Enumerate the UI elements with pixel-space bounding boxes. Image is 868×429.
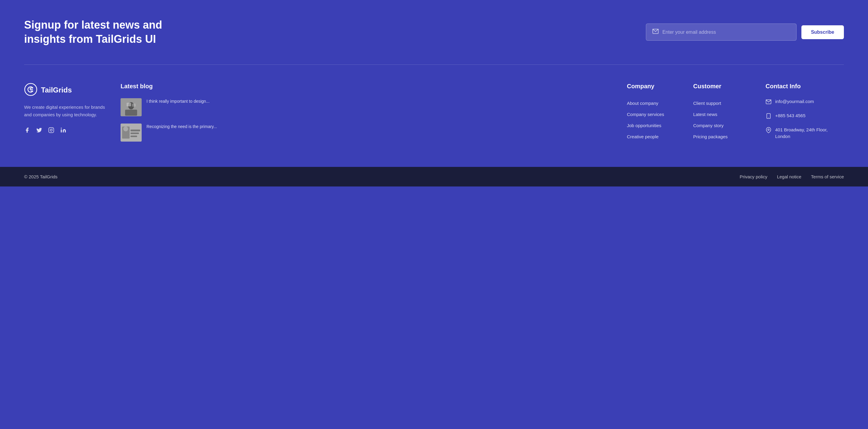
- customer-links: Client support Latest news Company story…: [693, 98, 753, 139]
- svg-rect-10: [127, 103, 131, 106]
- contact-email-text: info@yourmail.com: [775, 98, 814, 105]
- legal-notice-link[interactable]: Legal notice: [777, 174, 801, 179]
- customer-link-pricing[interactable]: Pricing packages: [693, 134, 753, 139]
- company-column-title: Company: [627, 83, 681, 90]
- svg-rect-16: [130, 136, 137, 137]
- blog-item-1[interactable]: I think really important to design...: [121, 98, 615, 116]
- company-links: About company Company services Job oppor…: [627, 98, 681, 139]
- email-input[interactable]: [662, 30, 790, 35]
- customer-link-news[interactable]: Latest news: [693, 112, 753, 117]
- social-icons: [24, 127, 108, 135]
- blog-item-2-text: Recognizing the need is the primary...: [147, 124, 217, 141]
- svg-rect-14: [130, 130, 140, 131]
- footer-blog-column: Latest blog I think really important to …: [121, 83, 615, 149]
- terms-of-service-link[interactable]: Terms of service: [811, 174, 844, 179]
- linkedin-icon[interactable]: [60, 127, 66, 135]
- svg-rect-9: [125, 110, 137, 116]
- svg-point-6: [61, 127, 62, 128]
- contact-location-icon: [766, 127, 772, 135]
- blog-item-1-text: I think really important to design...: [147, 98, 210, 116]
- contact-address: 401 Broadway, 24th Floor, London: [766, 127, 844, 140]
- newsletter-form: Subscribe: [633, 24, 844, 41]
- footer-contact-column: Contact Info info@yourmail.com +885 543 …: [766, 83, 844, 149]
- company-link-jobs[interactable]: Job opportunities: [627, 123, 681, 128]
- email-icon: [652, 28, 659, 36]
- svg-point-17: [123, 127, 128, 131]
- customer-column-title: Customer: [693, 83, 753, 90]
- bottom-links: Privacy policy Legal notice Terms of ser…: [740, 174, 844, 179]
- customer-link-support[interactable]: Client support: [693, 101, 753, 106]
- svg-point-3: [50, 129, 53, 131]
- company-link-creative[interactable]: Creative people: [627, 134, 681, 139]
- svg-point-21: [768, 129, 770, 130]
- contact-phone-icon: [766, 113, 772, 121]
- copyright-text: © 2025 TailGrids: [24, 174, 58, 179]
- facebook-icon[interactable]: [24, 127, 30, 135]
- contact-address-text: 401 Broadway, 24th Floor, London: [775, 127, 844, 140]
- subscribe-button[interactable]: Subscribe: [801, 25, 844, 39]
- blog-thumb-1: [121, 98, 142, 116]
- footer-company-column: Company About company Company services J…: [627, 83, 681, 149]
- email-input-wrapper: [646, 24, 797, 41]
- contact-column-title: Contact Info: [766, 83, 844, 90]
- footer-brand-column: TailGrids We create digital experiences …: [24, 83, 108, 149]
- brand-logo: TailGrids: [24, 83, 108, 97]
- newsletter-title: Signup for latest news and insights from…: [24, 18, 175, 46]
- privacy-policy-link[interactable]: Privacy policy: [740, 174, 767, 179]
- footer-customer-column: Customer Client support Latest news Comp…: [693, 83, 753, 149]
- contact-phone-text: +885 543 4565: [775, 112, 806, 119]
- newsletter-section: Signup for latest news and insights from…: [0, 0, 868, 64]
- svg-rect-5: [61, 129, 62, 132]
- svg-rect-11: [132, 104, 135, 107]
- brand-name: TailGrids: [41, 86, 72, 94]
- svg-rect-19: [767, 113, 770, 119]
- company-link-about[interactable]: About company: [627, 101, 681, 106]
- svg-rect-2: [49, 127, 54, 133]
- brand-logo-icon: [24, 83, 37, 97]
- contact-email: info@yourmail.com: [766, 98, 844, 106]
- customer-link-story[interactable]: Company story: [693, 123, 753, 128]
- svg-point-4: [53, 128, 53, 129]
- brand-description: We create digital experiences for brands…: [24, 103, 108, 119]
- blog-item-2[interactable]: Recognizing the need is the primary...: [121, 124, 615, 141]
- footer-main: TailGrids We create digital experiences …: [0, 65, 868, 167]
- instagram-icon[interactable]: [48, 127, 54, 135]
- contact-email-icon: [766, 99, 772, 106]
- contact-phone: +885 543 4565: [766, 112, 844, 121]
- company-link-services[interactable]: Company services: [627, 112, 681, 117]
- blog-thumb-2: [121, 124, 142, 141]
- twitter-icon[interactable]: [36, 127, 42, 135]
- svg-rect-15: [130, 133, 139, 134]
- blog-column-title: Latest blog: [121, 83, 615, 90]
- footer-bottom: © 2025 TailGrids Privacy policy Legal no…: [0, 167, 868, 187]
